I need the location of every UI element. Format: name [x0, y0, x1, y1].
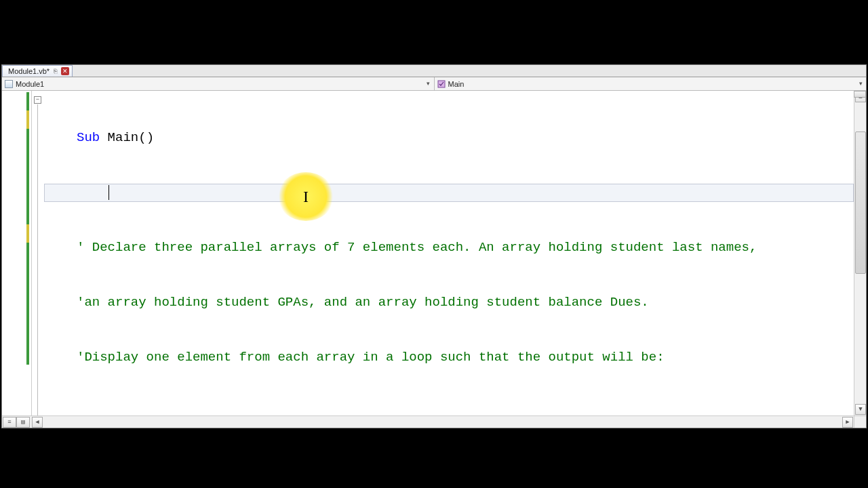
code-line-current[interactable]	[44, 184, 854, 202]
change-bar-saved	[26, 129, 29, 224]
horizontal-scrollbar[interactable]: ≡▤ ◀ ▶	[2, 415, 854, 428]
change-bar-unsaved	[26, 110, 29, 129]
member-selector[interactable]: Main ▾	[435, 77, 867, 90]
type-selector[interactable]: Module1 ▾	[2, 77, 435, 90]
scroll-right-button[interactable]: ▶	[842, 417, 853, 428]
code-line[interactable]: ' Declare three parallel arrays of 7 ele…	[44, 239, 854, 257]
file-tab-module1[interactable]: Module1.vb* ⎘ ✕	[2, 65, 73, 77]
chevron-down-icon: ▾	[856, 79, 865, 87]
chevron-down-icon: ▾	[425, 79, 433, 87]
scroll-thumb[interactable]	[855, 131, 866, 274]
split-grip[interactable]	[854, 91, 866, 98]
type-selector-label: Module1	[16, 80, 44, 88]
document-tab-bar: Module1.vb* ⎘ ✕	[2, 65, 866, 77]
vertical-scrollbar[interactable]: ▲ ▼	[854, 91, 866, 415]
module-icon	[5, 80, 13, 88]
outline-column: −	[32, 91, 44, 428]
navigation-bar: Module1 ▾ Main ▾	[2, 77, 866, 91]
pin-icon[interactable]: ⎘	[54, 68, 57, 75]
code-line[interactable]: Sub Main()	[44, 129, 854, 147]
fold-guide	[37, 104, 38, 416]
scroll-down-button[interactable]: ▼	[855, 404, 866, 415]
scrollbar-corner	[854, 415, 866, 428]
ide-frame: Module1.vb* ⎘ ✕ Module1 ▾ Main ▾	[1, 64, 867, 428]
change-bar-saved	[26, 92, 29, 110]
fold-toggle[interactable]: −	[34, 96, 41, 104]
member-selector-label: Main	[448, 80, 465, 88]
change-bar-saved	[26, 243, 29, 365]
change-bar-unsaved	[26, 224, 29, 243]
text-caret	[108, 185, 109, 200]
file-tab-label: Module1.vb*	[8, 67, 50, 75]
code-line[interactable]: 'Display one element from each array in …	[44, 348, 854, 367]
code-editor[interactable]: − Sub Main() ' Declare three parallel ar…	[2, 91, 866, 428]
method-icon	[437, 80, 446, 88]
code-line[interactable]: 'an array holding student GPAs, and an a…	[44, 293, 854, 312]
code-area[interactable]: Sub Main() ' Declare three parallel arra…	[44, 91, 854, 415]
editor-gutter	[2, 91, 32, 428]
view-switcher[interactable]: ≡▤	[3, 417, 30, 428]
scroll-left-button[interactable]: ◀	[32, 417, 43, 428]
close-icon[interactable]: ✕	[61, 67, 69, 75]
